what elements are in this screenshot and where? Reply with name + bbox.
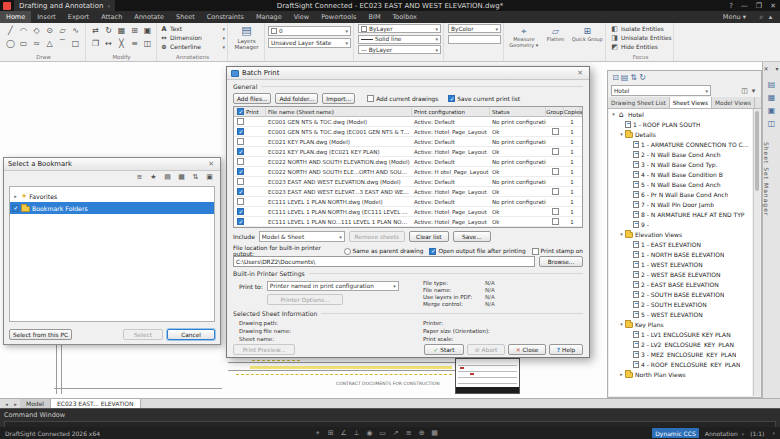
draw-tool-icon[interactable]: △ xyxy=(43,37,56,50)
bookmark-item[interactable]: ▸★Favorites xyxy=(10,190,214,202)
draw-tool-icon[interactable]: ≈ xyxy=(30,37,43,50)
ribbon-tab-powertools[interactable]: Powertools xyxy=(315,11,362,23)
group-checkbox[interactable] xyxy=(552,128,559,135)
ribbon-tab-export[interactable]: Export xyxy=(62,11,95,23)
tree-folder[interactable]: ▾Details xyxy=(609,129,752,139)
palette-icon[interactable]: ▣ xyxy=(768,106,776,115)
highlighted-entity[interactable] xyxy=(252,360,300,361)
tree-sheet[interactable]: 6 - Pr N Wall Base Cond Anch xyxy=(609,189,752,199)
ribbon-tab-bim[interactable]: BIM xyxy=(363,11,387,23)
print-checkbox[interactable] xyxy=(237,188,244,195)
cancel-button[interactable]: Cancel xyxy=(167,329,215,340)
tree-sheet[interactable]: 3 - MEZ_ENCLOSURE_KEY_PLAN xyxy=(609,349,752,359)
dialog-titlebar[interactable]: Select a Bookmark ✕ xyxy=(4,158,220,171)
list-view-icon[interactable]: ≡ xyxy=(135,173,144,181)
tab-scroll-right-icon[interactable]: ▸ xyxy=(11,401,20,407)
print-job-row[interactable]: EC022 NORTH AND SOUTH ELE...ORTH AND SOU… xyxy=(234,167,582,177)
draw-tool-icon[interactable]: ◠ xyxy=(17,24,30,37)
close-icon[interactable]: ✕ xyxy=(206,160,216,168)
save-button[interactable]: Save... xyxy=(453,231,491,242)
draw-tool-icon[interactable]: ╱ xyxy=(4,24,17,37)
tool-unisolate-entities[interactable]: ◨Unisolate Entities xyxy=(610,33,671,42)
status-toggle-icon[interactable]: ∠ xyxy=(339,429,348,437)
annotation-tool-centerline[interactable]: ⊕Centerline▾ xyxy=(160,42,225,51)
open-output-checkbox[interactable]: Open output file after printing xyxy=(429,248,525,255)
status-toggle-icon[interactable]: ↗ xyxy=(391,429,400,437)
print-checkbox[interactable] xyxy=(237,208,244,215)
tree-sheet[interactable]: 5 - WEST ELEVATION xyxy=(609,309,752,319)
status-toggle-icon[interactable]: ◉ xyxy=(365,429,374,437)
sheet-set-combo[interactable]: Hotel ▾ xyxy=(611,85,711,96)
select-all-checkbox[interactable] xyxy=(237,108,244,115)
modify-tool-icon[interactable]: ↔ xyxy=(102,37,115,50)
layers-manager-button[interactable]: ▤ Layers Manager xyxy=(229,23,265,61)
details-icon[interactable]: ▣ xyxy=(205,173,214,181)
import-sheet-icon[interactable]: ▤ xyxy=(620,73,629,82)
ribbon-tab-constraints[interactable]: Constraints xyxy=(201,11,250,23)
status-toggle-icon[interactable]: ▦ xyxy=(430,429,439,437)
modify-tool-icon[interactable]: ❐ xyxy=(89,37,102,50)
ribbon-tab-home[interactable]: Home xyxy=(0,11,31,23)
tree-scrollbar[interactable] xyxy=(753,109,760,396)
collapse-ribbon-icon[interactable]: ▴ xyxy=(766,13,775,21)
tool-hide-entities[interactable]: ◩Hide Entities xyxy=(610,42,671,51)
tree-sheet[interactable]: 4 - ROOF_ENCLOSURE_KEY_PLAN xyxy=(609,359,752,369)
print-job-row[interactable]: EC111 LEVEL 1 PLAN NO...111 LEVEL 1 PLAN… xyxy=(234,217,582,227)
scrollbar-thumb[interactable] xyxy=(755,111,759,191)
print-to-combo[interactable]: Printer named in print configuration ▾ xyxy=(267,281,399,291)
group-checkbox[interactable] xyxy=(552,218,559,225)
draw-tool-icon[interactable]: ◇ xyxy=(30,24,43,37)
same-as-parent-radio[interactable]: Same as parent drawing xyxy=(344,248,424,255)
import-button[interactable]: Import... xyxy=(322,93,355,104)
add-current-checkbox[interactable]: Add current drawings xyxy=(367,95,438,102)
print-stamp-checkbox[interactable]: Print stamp on xyxy=(532,248,583,255)
tree-sheet[interactable]: 8 - N ARMATURE HALF AT END TYP xyxy=(609,209,752,219)
refresh-icon[interactable]: ↻ xyxy=(638,73,647,82)
tree-sheet[interactable]: 2 - SOUTH ELEVATION xyxy=(609,299,752,309)
group-checkbox[interactable] xyxy=(552,168,559,175)
draw-tool-icon[interactable]: ⊙ xyxy=(43,24,56,37)
help-icon[interactable]: ? xyxy=(725,2,737,10)
add-files-button[interactable]: Add files... xyxy=(233,93,271,104)
draw-tool-icon[interactable]: ▱ xyxy=(56,24,69,37)
status-toggle-icon[interactable]: ⊞ xyxy=(326,429,335,437)
print-checkbox[interactable] xyxy=(237,198,244,205)
sheet-tab[interactable]: EC023 EAST... ELEVATION xyxy=(51,399,141,409)
draw-tool-icon[interactable]: ◯ xyxy=(4,37,17,50)
minimize-icon[interactable]: — xyxy=(737,2,752,10)
print-checkbox[interactable] xyxy=(237,168,244,175)
select-from-pc-button[interactable]: Select from this PC xyxy=(9,329,72,340)
line-color-combo[interactable]: ByLayer ▾ xyxy=(358,24,441,33)
ribbon-tab-insert[interactable]: Insert xyxy=(31,11,62,23)
close-button[interactable]: ✕ Close xyxy=(508,344,546,355)
print-job-row[interactable]: EC001 GEN NTS & TOC.dwg (EC001 GEN NTS &… xyxy=(234,127,582,137)
tool-measure-geometry[interactable]: ⌖Measure Geometry ▾ xyxy=(508,24,540,48)
ribbon-tab-view[interactable]: View xyxy=(288,11,315,23)
close-icon[interactable]: ✕ xyxy=(575,69,585,77)
ribbon-tab-annotate[interactable]: Annotate xyxy=(128,11,170,23)
modify-tool-icon[interactable]: ◫ xyxy=(141,37,154,50)
column-header[interactable]: Copies xyxy=(564,107,580,117)
command-window[interactable]: Command Window xyxy=(0,408,780,427)
tree-sheet[interactable]: 2 - EAST BASE ELEVATION xyxy=(609,279,752,289)
dialog-titlebar[interactable]: Batch Print ✕ xyxy=(227,67,589,80)
tree-sheet[interactable]: 1 - ARMATURE CONNECTION TO COLUMN xyxy=(609,139,752,149)
tree-sheet[interactable]: 1 - EAST ELEVATION xyxy=(609,239,752,249)
abort-button[interactable]: ⊘ Abort xyxy=(467,344,505,355)
print-checkbox[interactable] xyxy=(237,158,244,165)
panel-tab-sheet-views[interactable]: Sheet Views xyxy=(670,97,712,108)
print-job-row[interactable]: EC023 EAST AND WEST ELEVATION.dwg (Model… xyxy=(234,177,582,187)
ribbon-tab-sheet[interactable]: Sheet xyxy=(170,11,201,23)
modify-tool-icon[interactable]: ⇄ xyxy=(89,24,102,37)
tool-flatten[interactable]: ▱Flatten xyxy=(540,24,572,48)
print-job-row[interactable]: EC021 KEY PLAN.dwg (Model)Active: Defaul… xyxy=(234,137,582,147)
folders-icon[interactable]: ▤ xyxy=(163,173,172,181)
tree-sheet[interactable]: 2 - SOUTH BASE ELEVATION xyxy=(609,289,752,299)
panel-tab-drawing-sheet-list[interactable]: Drawing Sheet List xyxy=(608,97,670,108)
scale-indicator[interactable]: (1:1) xyxy=(750,430,764,437)
tree-sheet[interactable]: 9 - xyxy=(609,219,752,229)
panel-tab-model-views[interactable]: Model Views xyxy=(712,97,755,108)
output-path-input[interactable] xyxy=(233,256,535,267)
ribbon-tab-manage[interactable]: Manage xyxy=(250,11,288,23)
modify-tool-icon[interactable]: ▦ xyxy=(115,24,128,37)
